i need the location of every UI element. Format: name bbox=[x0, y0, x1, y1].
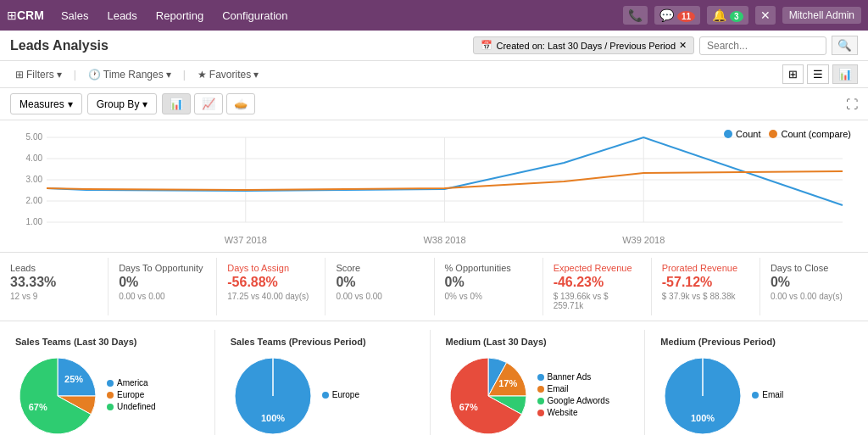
toolbar-left: Measures ▾ Group By ▾ 📊 📈 🥧 bbox=[10, 93, 255, 114]
count-compare-legend-dot bbox=[769, 130, 777, 138]
pie-legend-dot bbox=[322, 392, 329, 399]
nav-reporting[interactable]: Reporting bbox=[147, 4, 212, 27]
stat-item: % Opportunities 0% 0% vs 0% bbox=[435, 258, 543, 315]
count-compare-legend-item: Count (compare) bbox=[769, 129, 851, 139]
count-legend-dot bbox=[724, 130, 732, 138]
chat-icon[interactable]: 💬 11 bbox=[654, 6, 700, 25]
nav-sales[interactable]: Sales bbox=[53, 4, 97, 27]
stat-value: -57.12% bbox=[662, 275, 749, 290]
pie-canvas bbox=[446, 354, 531, 435]
pie-legend-item: Website bbox=[537, 408, 609, 417]
pie-legend-label: Email bbox=[762, 390, 783, 399]
filter-sep2: | bbox=[183, 69, 186, 81]
stat-item: Prorated Revenue -57.12% $ 37.9k vs $ 88… bbox=[652, 258, 760, 315]
nav-configuration[interactable]: Configuration bbox=[214, 4, 296, 27]
activity-badge: 3 bbox=[730, 11, 743, 22]
stat-item: Score 0% 0.00 vs 0.00 bbox=[326, 258, 434, 315]
favorites-chevron: ▾ bbox=[253, 69, 259, 81]
pie-legend-item: Europe bbox=[107, 390, 156, 399]
stat-value: -46.23% bbox=[554, 275, 641, 290]
pie-legend-item: Banner Ads bbox=[537, 372, 609, 382]
pie-legend-label: Undefined bbox=[117, 402, 156, 411]
pie-legend-item: Email bbox=[537, 384, 609, 393]
pie-legend-dot bbox=[107, 392, 114, 399]
group-by-chevron: ▾ bbox=[142, 98, 147, 110]
stat-value: 0% bbox=[445, 275, 532, 290]
pie-legend-dot bbox=[107, 380, 114, 387]
pie-section-title: Sales Teams (Last 30 Days) bbox=[15, 337, 208, 347]
filter-sep1: | bbox=[74, 69, 76, 81]
view-buttons: ⊞ ☰ 📊 bbox=[782, 64, 858, 84]
pie-legend-label: Email bbox=[548, 384, 569, 393]
chart-legend: Count Count (compare) bbox=[724, 129, 851, 139]
grid-icon[interactable]: ⊞ bbox=[7, 8, 17, 22]
pie-legend-item: Google Adwords bbox=[537, 396, 609, 405]
stat-sub: 0.00 vs 0.00 bbox=[119, 292, 206, 301]
stat-label: Score bbox=[336, 263, 423, 273]
pie-legend-item: Europe bbox=[322, 390, 359, 399]
search-tag: 📅 Created on: Last 30 Days / Previous Pe… bbox=[473, 36, 694, 54]
favorites-button[interactable]: ★ Favorites ▾ bbox=[192, 67, 264, 82]
time-ranges-button[interactable]: 🕐 Time Ranges ▾ bbox=[83, 67, 176, 82]
pie-canvas bbox=[231, 354, 315, 435]
stat-item: Leads 33.33% 12 vs 9 bbox=[0, 258, 108, 315]
pie-legend: Email bbox=[752, 390, 783, 402]
filters-label: Filters bbox=[26, 69, 54, 81]
filter-items: ⊞ Filters ▾ | 🕐 Time Ranges ▾ | ★ Favori… bbox=[10, 67, 264, 82]
filters-button[interactable]: ⊞ Filters ▾ bbox=[10, 67, 67, 82]
kanban-view-btn[interactable]: ⊞ bbox=[782, 64, 804, 84]
pie-chart-btn[interactable]: 🥧 bbox=[226, 93, 255, 114]
phone-icon[interactable]: 📞 bbox=[623, 6, 648, 25]
measures-button[interactable]: Measures ▾ bbox=[10, 93, 82, 114]
nav-leads[interactable]: Leads bbox=[98, 4, 145, 27]
breadcrumb-bar: Leads Analysis 📅 Created on: Last 30 Day… bbox=[0, 31, 868, 61]
pie-legend: America Europe Undefined bbox=[107, 378, 156, 414]
stat-value: 0% bbox=[336, 275, 423, 290]
chat-badge: 11 bbox=[677, 11, 695, 22]
line-chart bbox=[8, 129, 860, 248]
stat-value: 0% bbox=[119, 275, 206, 290]
expand-button[interactable]: ⛶ bbox=[846, 98, 858, 111]
graph-view-btn[interactable]: 📊 bbox=[832, 64, 858, 84]
pie-legend-dot bbox=[537, 410, 544, 416]
pie-legend-label: Google Adwords bbox=[548, 396, 609, 405]
stat-label: Days to Assign bbox=[227, 263, 314, 273]
pie-legend-label: America bbox=[117, 378, 148, 388]
search-input[interactable] bbox=[699, 36, 826, 55]
stat-label: Prorated Revenue bbox=[662, 263, 749, 273]
filters-chevron: ▾ bbox=[57, 69, 62, 81]
stat-sub: 17.25 vs 40.00 day(s) bbox=[227, 292, 314, 301]
stat-value: 33.33% bbox=[10, 275, 97, 290]
stat-value: -56.88% bbox=[227, 275, 314, 290]
stat-value: 0% bbox=[771, 275, 858, 290]
pie-section: Sales Teams (Last 30 Days) America Europ… bbox=[8, 330, 215, 435]
stat-sub: 0% vs 0% bbox=[445, 292, 532, 301]
count-legend-label: Count bbox=[736, 129, 760, 139]
bar-chart-btn[interactable]: 📊 bbox=[162, 93, 191, 114]
pie-legend-dot bbox=[752, 392, 759, 399]
search-button[interactable]: 🔍 bbox=[832, 36, 858, 55]
pie-section-title: Medium (Last 30 Days) bbox=[446, 337, 638, 347]
pie-legend-item: America bbox=[107, 378, 156, 388]
filter-bar: ⊞ Filters ▾ | 🕐 Time Ranges ▾ | ★ Favori… bbox=[0, 61, 868, 88]
list-view-btn[interactable]: ☰ bbox=[807, 64, 829, 84]
activity-icon[interactable]: 🔔 3 bbox=[707, 6, 748, 25]
nav-right: 📞 💬 11 🔔 3 ✕ Mitchell Admin bbox=[623, 6, 861, 25]
nav-items: Sales Leads Reporting Configuration bbox=[53, 4, 623, 27]
stat-label: Days to Close bbox=[771, 263, 858, 273]
user-menu[interactable]: Mitchell Admin bbox=[782, 7, 861, 24]
pie-legend-dot bbox=[537, 386, 544, 393]
pie-section: Medium (Last 30 Days) Banner Ads Email G… bbox=[439, 330, 646, 435]
app-logo[interactable]: CRM bbox=[17, 8, 44, 22]
remove-tag-icon[interactable]: ✕ bbox=[679, 40, 687, 51]
group-by-button[interactable]: Group By ▾ bbox=[87, 93, 158, 114]
line-chart-btn[interactable]: 📈 bbox=[194, 93, 223, 114]
pie-legend-item: Undefined bbox=[107, 402, 156, 411]
top-navigation: ⊞ CRM Sales Leads Reporting Configuratio… bbox=[0, 0, 868, 31]
logo-text: CRM bbox=[17, 8, 44, 22]
close-icon[interactable]: ✕ bbox=[755, 6, 776, 25]
stat-label: Days To Opportunity bbox=[119, 263, 206, 273]
measures-chevron: ▾ bbox=[68, 98, 73, 110]
pie-legend-label: Europe bbox=[332, 390, 359, 399]
pie-content: Banner Ads Email Google Adwords Website bbox=[446, 354, 638, 435]
